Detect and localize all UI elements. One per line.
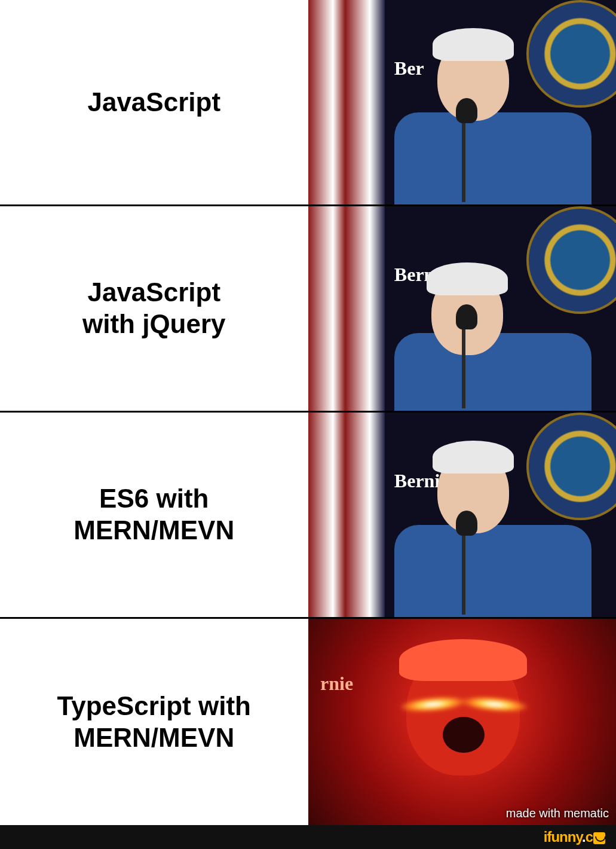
ifunny-text-suffix: c <box>586 829 593 845</box>
ifunny-watermark: ifunny.c <box>544 829 605 845</box>
caption-text-3: ES6 with MERN/MEVN <box>73 483 234 546</box>
podium-sign-3: Berni <box>394 470 440 492</box>
panel-1: JavaScript Ber <box>0 0 616 206</box>
panel-2: JavaScript with jQuery Bernie <box>0 206 616 413</box>
mematic-watermark: made with mematic <box>506 807 609 820</box>
reaction-image-2: Bernie <box>308 206 617 411</box>
reaction-image-1: Ber <box>308 0 617 204</box>
caption-text-4: TypeScript with MERN/MEVN <box>57 691 251 754</box>
microphone-icon <box>456 98 477 123</box>
microphone-icon <box>456 304 477 329</box>
podium-sign-1: Ber <box>394 57 424 80</box>
podium-sign-4: rnie <box>320 673 353 695</box>
caption-cell-3: ES6 with MERN/MEVN <box>0 413 308 617</box>
microphone-icon <box>456 511 477 536</box>
ifunny-smile-icon <box>593 832 605 844</box>
reaction-image-4: rnie made with mematic <box>308 619 617 825</box>
caption-cell-1: JavaScript <box>0 0 308 204</box>
caption-cell-4: TypeScript with MERN/MEVN <box>0 619 308 825</box>
ifunny-text-prefix: ifunny <box>544 829 582 845</box>
reaction-image-3: Berni <box>308 413 617 617</box>
caption-text-2: JavaScript with jQuery <box>82 277 226 340</box>
ifunny-footer: ifunny.c <box>0 825 616 849</box>
panel-3: ES6 with MERN/MEVN Berni <box>0 413 616 619</box>
panel-4: TypeScript with MERN/MEVN rnie made with… <box>0 619 616 825</box>
caption-cell-2: JavaScript with jQuery <box>0 206 308 411</box>
caption-text-1: JavaScript <box>87 87 220 118</box>
meme-grid: JavaScript Ber JavaScript with jQuery Be… <box>0 0 616 825</box>
